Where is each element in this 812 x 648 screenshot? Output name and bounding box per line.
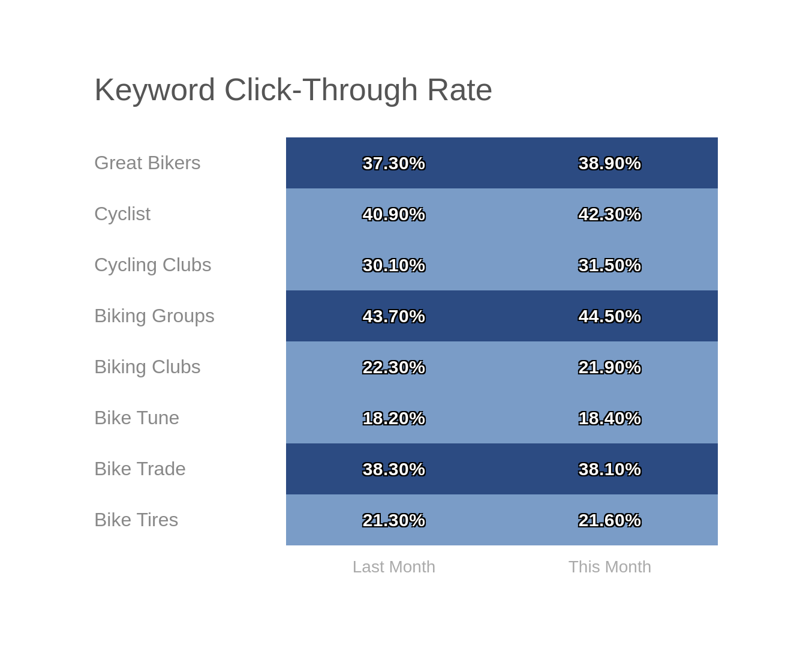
data-grid: 37.30%38.90%40.90%42.30%30.10%31.50%43.7… <box>286 137 718 545</box>
chart-title: Keyword Click-Through Rate <box>94 71 718 107</box>
this-month-value: 31.50% <box>502 239 718 290</box>
this-month-value: 18.40% <box>502 392 718 443</box>
keyword-label: Cyclist <box>94 188 286 239</box>
table-row: 18.20%18.40% <box>286 392 718 443</box>
last-month-value: 40.90% <box>286 188 502 239</box>
keywords-column: Great BikersCyclistCycling ClubsBiking G… <box>94 137 286 545</box>
table-area: Great BikersCyclistCycling ClubsBiking G… <box>94 137 718 545</box>
this-month-value: 38.10% <box>502 443 718 494</box>
keyword-label: Bike Tires <box>94 494 286 545</box>
last-month-value: 43.70% <box>286 290 502 341</box>
last-month-value: 22.30% <box>286 341 502 392</box>
table-row: 38.30%38.10% <box>286 443 718 494</box>
keyword-label: Cycling Clubs <box>94 239 286 290</box>
chart-body: Great BikersCyclistCycling ClubsBiking G… <box>94 137 718 577</box>
column-labels: Last Month This Month <box>94 557 718 577</box>
this-month-value: 44.50% <box>502 290 718 341</box>
table-row: 30.10%31.50% <box>286 239 718 290</box>
table-row: 43.70%44.50% <box>286 290 718 341</box>
chart-container: Keyword Click-Through Rate Great BikersC… <box>46 35 766 613</box>
this-month-value: 38.90% <box>502 137 718 188</box>
this-month-label: This Month <box>502 557 718 577</box>
this-month-value: 21.60% <box>502 494 718 545</box>
keyword-label: Great Bikers <box>94 137 286 188</box>
table-row: 37.30%38.90% <box>286 137 718 188</box>
last-month-value: 18.20% <box>286 392 502 443</box>
table-row: 22.30%21.90% <box>286 341 718 392</box>
last-month-value: 21.30% <box>286 494 502 545</box>
this-month-value: 21.90% <box>502 341 718 392</box>
keyword-label: Biking Groups <box>94 290 286 341</box>
table-row: 40.90%42.30% <box>286 188 718 239</box>
last-month-label: Last Month <box>286 557 502 577</box>
keyword-label: Bike Tune <box>94 392 286 443</box>
this-month-value: 42.30% <box>502 188 718 239</box>
keyword-label: Biking Clubs <box>94 341 286 392</box>
last-month-value: 30.10% <box>286 239 502 290</box>
keyword-label: Bike Trade <box>94 443 286 494</box>
last-month-value: 38.30% <box>286 443 502 494</box>
table-row: 21.30%21.60% <box>286 494 718 545</box>
last-month-value: 37.30% <box>286 137 502 188</box>
